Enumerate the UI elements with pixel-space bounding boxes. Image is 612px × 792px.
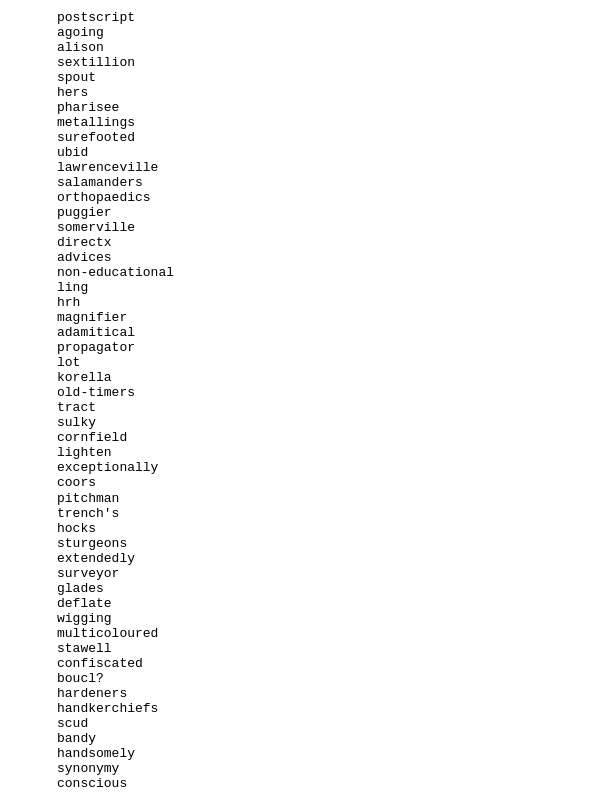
list-item: hocks xyxy=(57,521,555,536)
list-item: boucl? xyxy=(57,671,555,686)
list-item: non-educational xyxy=(57,266,555,281)
list-item: sturgeons xyxy=(57,536,555,551)
list-item: pharisee xyxy=(57,100,555,115)
list-item: handkerchiefs xyxy=(57,701,555,716)
list-item: lot xyxy=(57,356,555,371)
list-item: alison xyxy=(57,40,555,55)
list-item: lighten xyxy=(57,446,555,461)
list-item: advices xyxy=(57,251,555,266)
list-item: multicoloured xyxy=(57,626,555,641)
list-item: surveyor xyxy=(57,566,555,581)
list-item: deflate xyxy=(57,596,555,611)
list-item: confiscated xyxy=(57,656,555,671)
list-item: postscript xyxy=(57,10,555,25)
list-item: bandy xyxy=(57,732,555,747)
list-item: korella xyxy=(57,371,555,386)
list-item: synonymy xyxy=(57,762,555,777)
list-item: wigging xyxy=(57,611,555,626)
list-item: exceptionally xyxy=(57,461,555,476)
list-item: scud xyxy=(57,716,555,731)
list-item: somerville xyxy=(57,220,555,235)
list-item: orthopaedics xyxy=(57,190,555,205)
list-item: magnifier xyxy=(57,311,555,326)
list-item: sulky xyxy=(57,416,555,431)
list-item: sextillion xyxy=(57,55,555,70)
list-item: coors xyxy=(57,476,555,491)
list-item: tract xyxy=(57,401,555,416)
list-item: conscious xyxy=(57,777,555,792)
list-item: lawrenceville xyxy=(57,160,555,175)
list-item: hrh xyxy=(57,296,555,311)
list-item: hardeners xyxy=(57,686,555,701)
list-item: glades xyxy=(57,581,555,596)
list-item: propagator xyxy=(57,341,555,356)
list-item: metallings xyxy=(57,115,555,130)
list-item: directx xyxy=(57,235,555,250)
list-item: trench's xyxy=(57,506,555,521)
list-item: old-timers xyxy=(57,386,555,401)
list-item: ling xyxy=(57,281,555,296)
list-item: stawell xyxy=(57,641,555,656)
list-item: salamanders xyxy=(57,175,555,190)
list-item: hers xyxy=(57,85,555,100)
list-item: agoing xyxy=(57,25,555,40)
list-item: cornfield xyxy=(57,431,555,446)
list-item: surefooted xyxy=(57,130,555,145)
list-item: ubid xyxy=(57,145,555,160)
list-item: extendedly xyxy=(57,551,555,566)
list-item: spout xyxy=(57,70,555,85)
list-item: adamitical xyxy=(57,326,555,341)
word-list: postscriptagoingalisonsextillionspouther… xyxy=(57,10,555,792)
list-item: handsomely xyxy=(57,747,555,762)
list-item: puggier xyxy=(57,205,555,220)
list-item: pitchman xyxy=(57,491,555,506)
